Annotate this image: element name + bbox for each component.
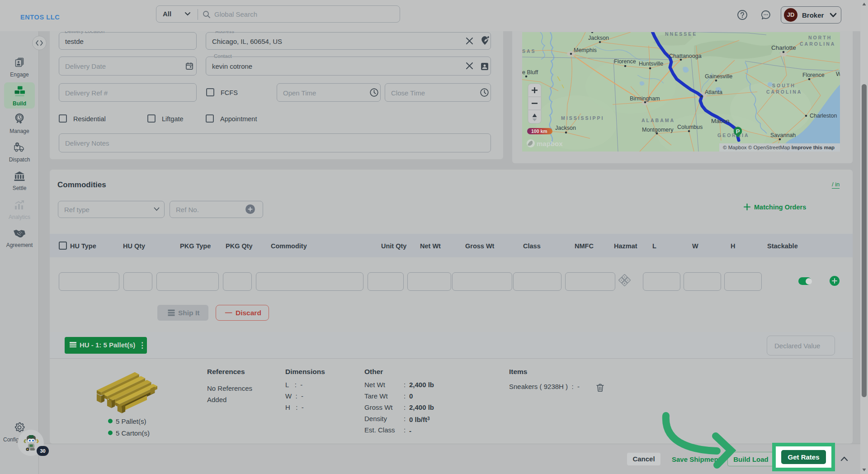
- svg-text:CAROLINA: CAROLINA: [766, 89, 802, 95]
- svg-text:Florence: Florence: [614, 58, 636, 65]
- svg-text:100 km: 100 km: [531, 128, 547, 134]
- svg-text:SOUTH: SOUTH: [772, 83, 796, 88]
- svg-text:Charleston: Charleston: [810, 113, 837, 119]
- svg-text:Jackson: Jackson: [588, 35, 609, 41]
- svg-text:Chattanooga: Chattanooga: [669, 53, 702, 59]
- svg-text:Jackson: Jackson: [555, 125, 576, 131]
- svg-text:GEORGIA: GEORGIA: [717, 133, 750, 138]
- svg-text:Columbus: Columbus: [677, 124, 703, 130]
- svg-text:W: W: [836, 71, 840, 77]
- svg-text:e Bluff: e Bluff: [522, 69, 538, 76]
- svg-text:Macon: Macon: [711, 118, 730, 124]
- svg-text:CAROLINA: CAROLINA: [800, 41, 835, 47]
- svg-text:Huntsville: Huntsville: [639, 61, 663, 67]
- svg-text:P: P: [736, 128, 740, 135]
- svg-text:Gainesville: Gainesville: [705, 73, 732, 80]
- svg-text:Memphis: Memphis: [574, 47, 597, 53]
- svg-text:© Mapbox © OpenStreetMap Impro: © Mapbox © OpenStreetMap Improve this ma…: [723, 145, 835, 150]
- svg-text:Florence: Florence: [802, 72, 825, 78]
- svg-text:Atlanta: Atlanta: [705, 89, 722, 95]
- svg-text:NNESSEE: NNESSEE: [665, 32, 697, 37]
- svg-text:Birmingham: Birmingham: [630, 95, 660, 102]
- svg-text:MISSISSIPPI: MISSISSIPPI: [561, 115, 604, 121]
- svg-text:NORTH: NORTH: [808, 35, 832, 40]
- svg-text:Montgomery: Montgomery: [642, 127, 674, 133]
- svg-text:Savannah: Savannah: [770, 132, 796, 138]
- svg-text:SAS: SAS: [522, 48, 536, 54]
- svg-text:ALABAMA: ALABAMA: [642, 118, 675, 123]
- svg-text:Charlotte: Charlotte: [771, 44, 796, 51]
- svg-text:mapbox: mapbox: [537, 140, 563, 147]
